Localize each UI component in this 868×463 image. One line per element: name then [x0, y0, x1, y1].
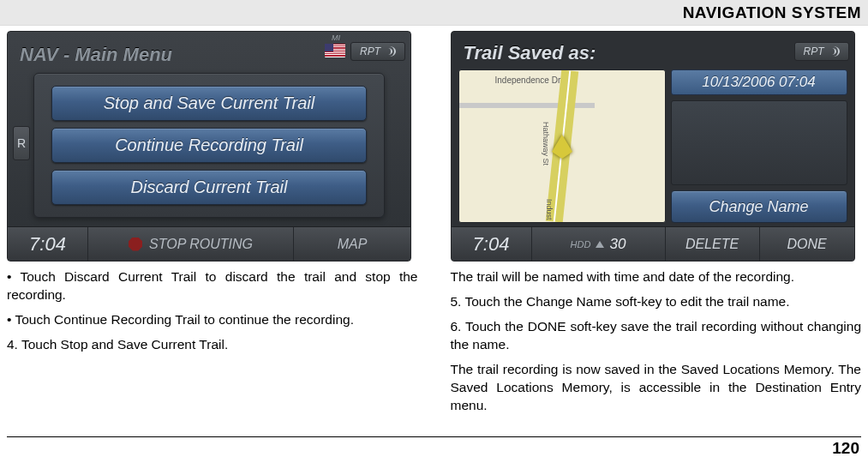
- right-column-text: The trail will be named with time and da…: [451, 268, 862, 414]
- current-location-marker-icon: [552, 135, 572, 152]
- rpt-label: RPT: [360, 45, 380, 57]
- nav-main-menu-title: NAV - Main Menu: [20, 44, 172, 66]
- right-para-3: 6. Touch the DONE soft-key save the trai…: [451, 318, 862, 354]
- rpt-button[interactable]: RPT: [350, 42, 405, 61]
- page-footer-rule: [7, 436, 861, 437]
- rpt-label: RPT: [804, 45, 824, 57]
- change-name-button[interactable]: Change Name: [671, 190, 847, 223]
- map-label-hathaway: Hathaway St: [542, 122, 550, 165]
- left-para-1: • Touch Discard Current Trail to discard…: [7, 268, 418, 304]
- page-header-title: NAVIGATION SYSTEM: [683, 3, 861, 22]
- right-para-2: 5. Touch the Change Name soft-key to edi…: [451, 293, 862, 311]
- hdd-value: 30: [609, 236, 626, 253]
- trail-timestamp: 10/13/2006 07:04: [671, 69, 847, 95]
- stop-sign-icon: [129, 238, 142, 251]
- map-button[interactable]: MAP: [294, 227, 410, 261]
- done-button[interactable]: DONE: [760, 227, 854, 261]
- audio-waves-icon: [828, 45, 840, 57]
- clock-display: 7:04: [452, 227, 532, 261]
- continue-recording-trail-button[interactable]: Continue Recording Trail: [51, 128, 367, 163]
- side-r-tab[interactable]: R: [13, 126, 30, 160]
- right-para-4: The trail recording is now saved in the …: [451, 361, 862, 415]
- hdd-indicator: HDD 30: [532, 227, 666, 261]
- nav-main-menu-screenshot: NAV - Main Menu MI RPT R Stop and Save C…: [7, 31, 411, 262]
- trail-options-panel: Stop and Save Current Trail Continue Rec…: [33, 73, 385, 218]
- rpt-button[interactable]: RPT: [794, 42, 849, 61]
- left-para-3: 4. Touch Stop and Save Current Trail.: [7, 336, 418, 354]
- audio-waves-icon: [384, 45, 396, 57]
- trail-saved-screenshot: Trail Saved as: RPT Independence Dr Hath…: [451, 31, 855, 262]
- us-flag-icon: [325, 44, 345, 57]
- trail-saved-title: Trail Saved as:: [464, 42, 596, 64]
- stop-routing-label: STOP ROUTING: [149, 237, 253, 252]
- trail-info-panel: [671, 100, 847, 185]
- stop-routing-button[interactable]: STOP ROUTING: [88, 227, 294, 261]
- delete-button[interactable]: DELETE: [666, 227, 760, 261]
- trail-saved-footer: 7:04 HDD 30 DELETE DONE: [452, 226, 854, 261]
- trail-saved-sidebar: 10/13/2006 07:04 Change Name: [671, 69, 847, 223]
- map-label-independence: Independence Dr: [495, 75, 561, 85]
- right-para-1: The trail will be named with time and da…: [451, 268, 862, 286]
- left-column-text: • Touch Discard Current Trail to discard…: [7, 268, 418, 354]
- page-number: 120: [832, 439, 859, 458]
- discard-current-trail-button[interactable]: Discard Current Trail: [51, 170, 367, 205]
- triangle-up-icon: [596, 241, 604, 248]
- clock-display: 7:04: [8, 227, 88, 261]
- map-label-indust: Indust: [545, 199, 554, 220]
- page-header: NAVIGATION SYSTEM: [0, 0, 868, 26]
- nav-footer: 7:04 STOP ROUTING MAP: [8, 226, 410, 261]
- left-para-2: • Touch Continue Recording Trail to cont…: [7, 311, 418, 329]
- unit-label-mi: MI: [332, 33, 340, 42]
- map-preview: Independence Dr Hathaway St Indust: [458, 69, 666, 223]
- stop-save-trail-button[interactable]: Stop and Save Current Trail: [51, 86, 367, 121]
- hdd-label: HDD: [571, 239, 591, 250]
